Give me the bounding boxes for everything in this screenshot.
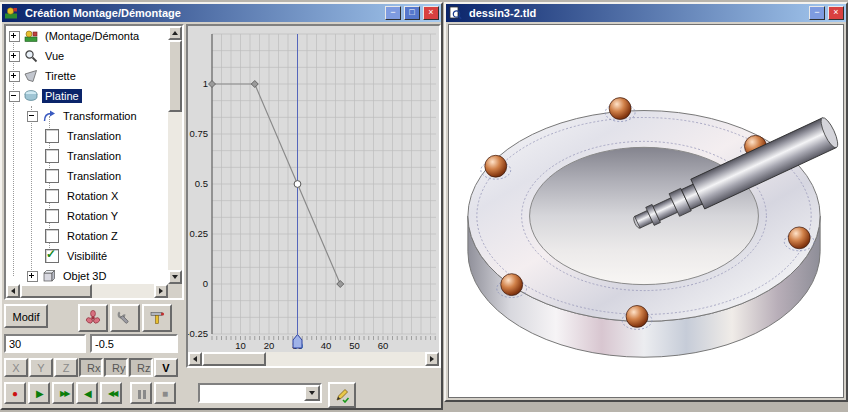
tree-item-translation-x[interactable]: Translation [6, 126, 168, 146]
desktop: Création Montage/Démontage − □ × [0, 0, 848, 412]
current-value-marker[interactable] [294, 181, 301, 188]
collapse-icon[interactable] [27, 111, 38, 122]
wrench-tool-button[interactable] [110, 304, 140, 332]
tree-item-platine[interactable]: Platine [6, 86, 168, 106]
app-icon [4, 6, 18, 20]
expand-icon[interactable] [9, 71, 20, 82]
tree-item-objet3d[interactable]: Objet 3D [6, 266, 168, 284]
checkbox[interactable] [45, 169, 59, 183]
scroll-left-button[interactable] [188, 352, 202, 366]
tree-item-montage[interactable]: (Montage/Démonta [6, 26, 168, 46]
expand-icon[interactable] [27, 271, 38, 282]
animation-combobox[interactable] [198, 383, 322, 403]
maximize-button[interactable]: □ [404, 6, 420, 20]
pencil-icon [334, 387, 350, 403]
record-button[interactable]: ● [4, 382, 26, 404]
object3d-icon [42, 269, 56, 283]
play-button[interactable]: ▶ [28, 382, 50, 404]
part-icon [24, 89, 38, 103]
close-button[interactable]: × [828, 6, 844, 20]
axis-ry-button[interactable]: Ry [104, 358, 128, 377]
bolt-sphere [501, 274, 523, 296]
tree-item-label: Vue [42, 49, 67, 63]
svg-text:0.5: 0.5 [195, 178, 208, 189]
axis-rz-button[interactable]: Rz [129, 358, 153, 377]
fast-forward-button[interactable]: ▶▶ [52, 382, 74, 404]
tree-item-translation-z[interactable]: Translation [6, 166, 168, 186]
pause-button[interactable] [130, 382, 152, 404]
expand-icon[interactable] [9, 31, 20, 42]
tree-hscrollbar[interactable] [6, 284, 168, 298]
checkbox[interactable] [45, 189, 59, 203]
svg-text:20: 20 [264, 340, 275, 351]
time-input[interactable] [4, 334, 86, 353]
minimize-button[interactable]: − [385, 6, 401, 20]
tree-vscrollbar[interactable] [168, 26, 182, 284]
tree-item-label: Translation [64, 129, 124, 143]
part-icon [24, 69, 38, 83]
tree-item-label: Rotation X [64, 189, 121, 203]
axis-v-button[interactable]: V [154, 358, 178, 377]
arrow-up-icon [172, 31, 178, 35]
montage-window: Création Montage/Démontage − □ × [0, 2, 443, 410]
arrow-left-icon [193, 356, 197, 362]
drawing-titlebar[interactable]: dessin3-2.tld − × [446, 4, 846, 22]
pause-icon [138, 390, 146, 399]
arrow-right-icon [159, 288, 163, 294]
magnifier-icon [24, 49, 38, 63]
play-reverse-button[interactable]: ◀ [76, 382, 98, 404]
combobox-dropdown-button[interactable] [304, 385, 320, 401]
svg-text:0.75: 0.75 [190, 128, 209, 139]
scroll-right-button[interactable] [425, 352, 439, 366]
tree-item-transformation[interactable]: Transformation [6, 106, 168, 126]
hscroll-thumb[interactable] [20, 284, 92, 298]
tree-item-label: Translation [64, 169, 124, 183]
cad-scene [449, 25, 843, 397]
modif-button[interactable]: Modif [4, 304, 48, 328]
svg-text:0: 0 [203, 278, 208, 289]
collapse-icon[interactable] [9, 91, 20, 102]
checkbox[interactable] [45, 209, 59, 223]
svg-text:10: 10 [235, 340, 246, 351]
scroll-up-button[interactable] [168, 26, 182, 40]
param-value-input[interactable] [90, 334, 178, 353]
montage-titlebar[interactable]: Création Montage/Démontage − □ × [2, 4, 441, 22]
cad-viewport[interactable] [448, 24, 844, 398]
tree-item-rotation-y[interactable]: Rotation Y [6, 206, 168, 226]
checkbox-checked[interactable] [45, 249, 59, 263]
checkbox[interactable] [45, 149, 59, 163]
timeline-panel: 10.750.50.250-0.25102030405060 [186, 24, 441, 368]
tree-item-tirette[interactable]: Tirette [6, 66, 168, 86]
rewind-button[interactable]: ◀◀ [100, 382, 122, 404]
checkbox[interactable] [45, 229, 59, 243]
close-button[interactable]: × [423, 6, 439, 20]
scroll-left-button[interactable] [6, 284, 20, 298]
edit-button[interactable] [328, 382, 356, 408]
hscroll-thumb[interactable] [202, 352, 266, 366]
tree-item-visibilite[interactable]: Visibilité [6, 246, 168, 266]
checkbox[interactable] [45, 129, 59, 143]
scroll-right-button[interactable] [154, 284, 168, 298]
pin-tool-button[interactable] [142, 304, 172, 332]
minimize-button[interactable]: − [809, 6, 825, 20]
fan-tool-button[interactable] [78, 304, 108, 332]
scroll-down-button[interactable] [168, 270, 182, 284]
axis-z-button[interactable]: Z [54, 358, 78, 377]
vscroll-thumb[interactable] [168, 40, 182, 112]
bolt-sphere [626, 305, 648, 327]
expand-icon[interactable] [9, 51, 20, 62]
axis-x-button[interactable]: X [4, 358, 28, 377]
tree-item-label: Translation [64, 149, 124, 163]
tree-item-rotation-z[interactable]: Rotation Z [6, 226, 168, 246]
stop-button[interactable]: ■ [154, 382, 176, 404]
axis-y-button[interactable]: Y [29, 358, 53, 377]
tree-item-vue[interactable]: Vue [6, 46, 168, 66]
tree-item-rotation-x[interactable]: Rotation X [6, 186, 168, 206]
timeline-chart[interactable]: 10.750.50.250-0.25102030405060 [188, 26, 439, 352]
svg-text:40: 40 [321, 340, 332, 351]
chevron-down-icon [309, 391, 315, 395]
axis-rx-button[interactable]: Rx [79, 358, 103, 377]
tree-item-label: Tirette [42, 69, 79, 83]
tree-item-translation-y[interactable]: Translation [6, 146, 168, 166]
timeline-hscrollbar[interactable] [188, 352, 439, 366]
